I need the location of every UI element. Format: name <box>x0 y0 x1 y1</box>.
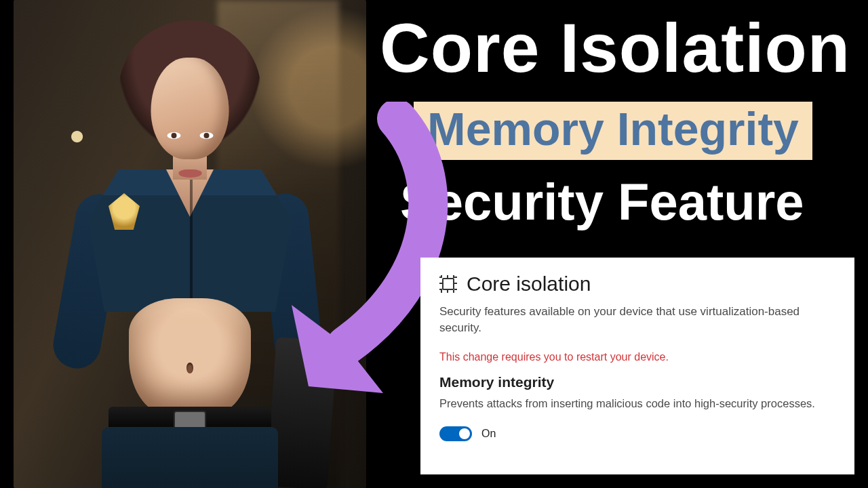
core-isolation-panel: Core isolation Security features availab… <box>420 258 854 474</box>
character <box>61 20 319 488</box>
headline-line-3: Security Feature <box>400 176 804 228</box>
headline-pill: Memory Integrity <box>414 102 812 160</box>
panel-heading: Core isolation <box>439 272 835 296</box>
memory-integrity-heading: Memory integrity <box>439 374 835 390</box>
pants <box>102 427 278 488</box>
memory-integrity-toggle[interactable] <box>439 426 472 441</box>
memory-integrity-toggle-row: On <box>439 426 835 441</box>
uniform-torso <box>88 169 292 312</box>
face <box>151 58 229 159</box>
eye-left <box>167 132 180 139</box>
midriff <box>129 298 251 413</box>
eye-right <box>199 132 213 139</box>
character-illustration <box>14 0 366 488</box>
chip-icon <box>439 275 457 293</box>
panel-subtitle: Security features available on your devi… <box>439 304 835 336</box>
restart-warning: This change requires you to restart your… <box>439 351 835 363</box>
toggle-state-label: On <box>481 428 496 440</box>
memory-integrity-description: Prevents attacks from inserting maliciou… <box>439 396 835 411</box>
panel-title: Core isolation <box>467 272 591 296</box>
headline-line-1: Core Isolation <box>380 14 850 83</box>
lips <box>178 169 201 178</box>
